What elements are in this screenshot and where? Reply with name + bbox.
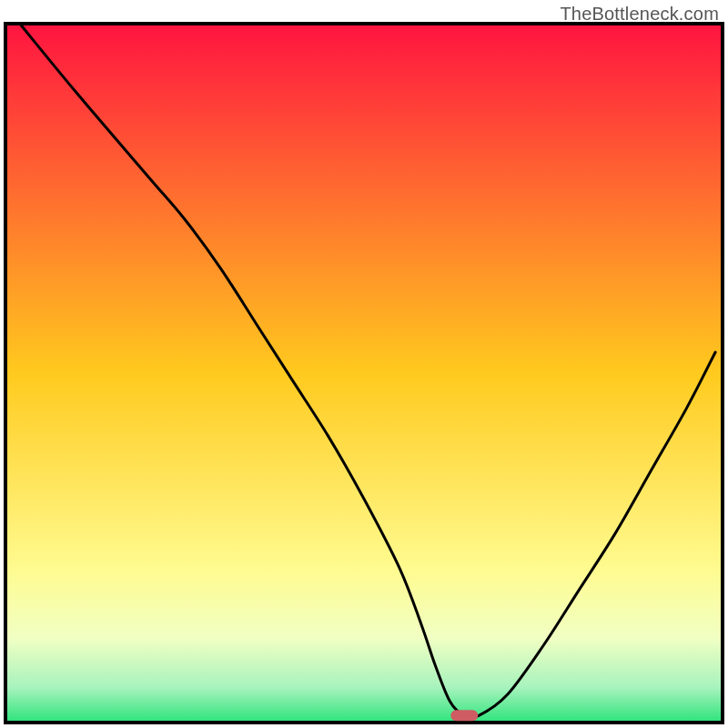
chart-canvas: TheBottleneck.com: [0, 0, 728, 728]
optimum-marker: [450, 710, 478, 721]
plot-background: [5, 24, 723, 723]
chart-svg: [0, 0, 728, 728]
watermark-text: TheBottleneck.com: [560, 4, 719, 25]
